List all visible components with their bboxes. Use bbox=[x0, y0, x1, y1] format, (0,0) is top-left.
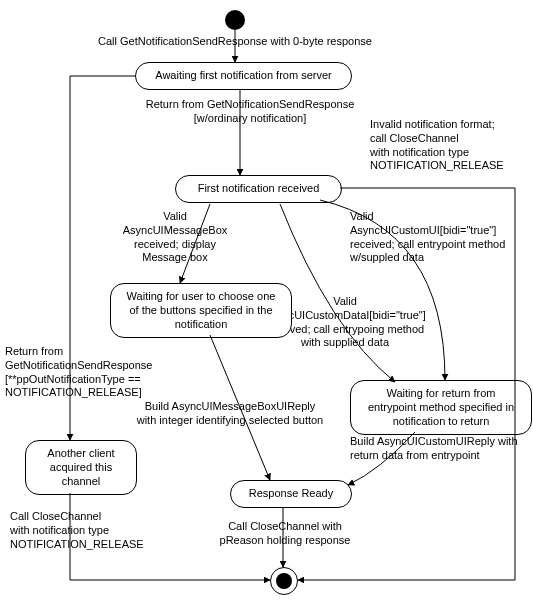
edge-label-return-release: Return from GetNotificationSendResponse … bbox=[5, 345, 170, 400]
state-label: Waiting for user to choose one of the bu… bbox=[127, 290, 276, 330]
edge-label-build-msgbox-reply: Build AsyncUIMessageBoxUIReply with inte… bbox=[120, 400, 340, 428]
state-label: Response Ready bbox=[249, 487, 333, 499]
edge-label-close-release: Call CloseChannel with notification type… bbox=[10, 510, 155, 551]
edge-label-return-ordinary: Return from GetNotificationSendResponse … bbox=[140, 98, 360, 126]
edge-label-invalid-format: Invalid notification format; call CloseC… bbox=[370, 118, 530, 173]
final-state-icon bbox=[270, 567, 298, 595]
edge-label-build-customui-reply: Build AsyncUICustomUIReply with return d… bbox=[350, 435, 530, 463]
state-waiting-entrypoint: Waiting for return from entrypoint metho… bbox=[350, 380, 532, 435]
state-label: Awaiting first notification from server bbox=[155, 69, 331, 81]
state-waiting-user: Waiting for user to choose one of the bu… bbox=[110, 283, 292, 338]
final-state-inner-icon bbox=[276, 573, 292, 589]
state-label: First notification received bbox=[198, 182, 320, 194]
edge-label-valid-msgbox: Valid AsyncUIMessageBox received; displa… bbox=[115, 210, 235, 265]
state-label: Another client acquired this channel bbox=[47, 447, 114, 487]
state-response-ready: Response Ready bbox=[230, 480, 352, 508]
initial-state-icon bbox=[225, 10, 245, 30]
edge-label-start: Call GetNotificationSendResponse with 0-… bbox=[85, 35, 385, 49]
edge-label-valid-customui: Valid AsyncUICustomUI[bidi="true"] recei… bbox=[350, 210, 530, 265]
edge-label-close-preason: Call CloseChannel with pReason holding r… bbox=[210, 520, 360, 548]
state-label: Waiting for return from entrypoint metho… bbox=[368, 387, 514, 427]
state-another-client: Another client acquired this channel bbox=[25, 440, 137, 495]
state-first-received: First notification received bbox=[175, 175, 342, 203]
state-awaiting-first: Awaiting first notification from server bbox=[135, 62, 352, 90]
